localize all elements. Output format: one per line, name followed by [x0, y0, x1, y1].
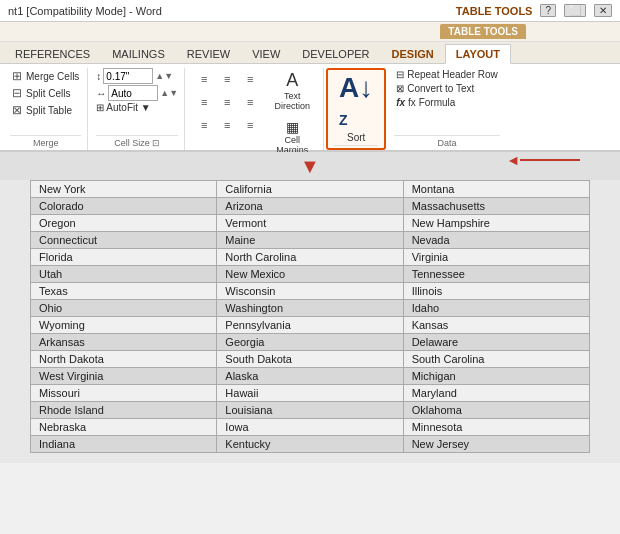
alignment-group: ≡ ≡ ≡ ≡ ≡ ≡ ≡ ≡ ≡ A Text Directi	[187, 68, 324, 150]
table-cell: Oklahoma	[403, 402, 589, 419]
tab-view[interactable]: VIEW	[241, 44, 291, 63]
table-cell: New Jersey	[403, 436, 589, 453]
tab-layout[interactable]: LAYOUT	[445, 44, 511, 64]
table-cell: South Dakota	[217, 351, 403, 368]
align-bottom-center-button[interactable]: ≡	[216, 114, 238, 136]
table-row: ArkansasGeorgiaDelaware	[31, 334, 590, 351]
table-cell: Indiana	[31, 436, 217, 453]
table-cell: Hawaii	[217, 385, 403, 402]
cell-width-input[interactable]	[108, 85, 158, 101]
align-top-center-button[interactable]: ≡	[216, 68, 238, 90]
formula-label: fx Formula	[408, 97, 455, 108]
window-title: nt1 [Compatibility Mode] - Word	[8, 5, 162, 17]
formula-icon: fx	[396, 97, 405, 108]
table-row: IndianaKentuckyNew Jersey	[31, 436, 590, 453]
sort-label: Sort	[347, 132, 365, 143]
cellsize-group-content: ↕ ▲▼ ↔ ▲▼ ⊞ AutoFit ▼	[96, 68, 178, 135]
split-cells-icon: ⊟	[12, 86, 22, 100]
table-cell: Alaska	[217, 368, 403, 385]
table-cell: Ohio	[31, 300, 217, 317]
table-cell: Kansas	[403, 317, 589, 334]
help-button[interactable]: ?	[540, 4, 556, 17]
table-cell: Minnesota	[403, 419, 589, 436]
repeat-header-button[interactable]: ⊟ Repeat Header Row	[394, 68, 500, 81]
table-cell: Idaho	[403, 300, 589, 317]
window-controls: TABLE TOOLS ? ⬜ ✕	[456, 4, 612, 17]
table-row: West VirginiaAlaskaMichigan	[31, 368, 590, 385]
table-row: NebraskaIowaMinnesota	[31, 419, 590, 436]
tab-references[interactable]: REFERENCES	[4, 44, 101, 63]
repeat-header-icon: ⊟	[396, 69, 404, 80]
table-cell: Rhode Island	[31, 402, 217, 419]
table-cell: Virginia	[403, 249, 589, 266]
restore-button[interactable]: ⬜	[564, 4, 586, 17]
cellsize-group: ↕ ▲▼ ↔ ▲▼ ⊞ AutoFit ▼ Cell Size ⊡	[90, 68, 185, 150]
cell-width-row: ↔ ▲▼	[96, 85, 178, 101]
cell-height-spinner[interactable]: ▲▼	[155, 71, 173, 81]
split-table-button[interactable]: ⊠ Split Table	[10, 102, 74, 118]
tab-developer[interactable]: DEVELOPER	[291, 44, 380, 63]
align-middle-right-button[interactable]: ≡	[239, 91, 261, 113]
repeat-header-label: Repeat Header Row	[407, 69, 498, 80]
table-row: ColoradoArizonaMassachusetts	[31, 198, 590, 215]
table-cell: Washington	[217, 300, 403, 317]
text-direction-label: Text Direction	[274, 91, 310, 111]
autofit-label[interactable]: AutoFit ▼	[106, 102, 150, 113]
text-direction-button[interactable]: A Text Direction	[267, 68, 317, 113]
table-cell: Utah	[31, 266, 217, 283]
table-tools-bar: TABLE TOOLS	[0, 22, 620, 42]
sort-group-content: A↓Z Sort	[334, 72, 378, 145]
align-buttons-grid: ≡ ≡ ≡ ≡ ≡ ≡ ≡ ≡ ≡	[193, 68, 261, 136]
convert-to-text-button[interactable]: ⊠ Convert to Text	[394, 82, 476, 95]
ribbon: ⊞ Merge Cells ⊟ Split Cells ⊠ Split Tabl…	[0, 64, 620, 152]
table-cell: West Virginia	[31, 368, 217, 385]
table-cell: Arizona	[217, 198, 403, 215]
sort-button[interactable]: A↓Z Sort	[335, 72, 377, 145]
merge-group: ⊞ Merge Cells ⊟ Split Cells ⊠ Split Tabl…	[4, 68, 88, 150]
align-bottom-right-button[interactable]: ≡	[239, 114, 261, 136]
table-cell: Iowa	[217, 419, 403, 436]
table-cell: North Carolina	[217, 249, 403, 266]
table-cell: Maine	[217, 232, 403, 249]
table-cell: New Mexico	[217, 266, 403, 283]
table-cell: Massachusetts	[403, 198, 589, 215]
table-cell: Nebraska	[31, 419, 217, 436]
split-table-icon: ⊠	[12, 103, 22, 117]
sort-group: A↓Z Sort	[326, 68, 386, 150]
cell-margins-button[interactable]: ▦ Cell Margins	[267, 117, 317, 157]
data-group: ⊟ Repeat Header Row ⊠ Convert to Text fx…	[388, 68, 506, 150]
tab-mailings[interactable]: MAILINGS	[101, 44, 176, 63]
table-cell: Texas	[31, 283, 217, 300]
table-cell: Arkansas	[31, 334, 217, 351]
table-cell: Oregon	[31, 215, 217, 232]
table-cell: New York	[31, 181, 217, 198]
cell-width-icon: ↔	[96, 88, 106, 99]
table-row: OhioWashingtonIdaho	[31, 300, 590, 317]
cell-height-row: ↕ ▲▼	[96, 68, 173, 84]
merge-cells-button[interactable]: ⊞ Merge Cells	[10, 68, 81, 84]
table-row: UtahNew MexicoTennessee	[31, 266, 590, 283]
align-middle-left-button[interactable]: ≡	[193, 91, 215, 113]
table-row: MissouriHawaiiMaryland	[31, 385, 590, 402]
align-middle-center-button[interactable]: ≡	[216, 91, 238, 113]
align-top-left-button[interactable]: ≡	[193, 68, 215, 90]
align-bottom-left-button[interactable]: ≡	[193, 114, 215, 136]
align-top-right-button[interactable]: ≡	[239, 68, 261, 90]
tab-design[interactable]: DESIGN	[381, 44, 445, 63]
table-cell: Maryland	[403, 385, 589, 402]
table-cell: South Carolina	[403, 351, 589, 368]
split-cells-label: Split Cells	[26, 88, 70, 99]
table-cell: Georgia	[217, 334, 403, 351]
table-cell: Wisconsin	[217, 283, 403, 300]
table-cell: Delaware	[403, 334, 589, 351]
table-row: FloridaNorth CarolinaVirginia	[31, 249, 590, 266]
autofit-icon: ⊞	[96, 102, 104, 113]
close-button[interactable]: ✕	[594, 4, 612, 17]
tab-review[interactable]: REVIEW	[176, 44, 241, 63]
cell-height-input[interactable]	[103, 68, 153, 84]
cell-width-spinner[interactable]: ▲▼	[160, 88, 178, 98]
cellsize-group-label: Cell Size ⊡	[96, 135, 178, 148]
formula-button[interactable]: fx fx Formula	[394, 96, 457, 109]
data-group-label: Data	[394, 135, 500, 148]
split-cells-button[interactable]: ⊟ Split Cells	[10, 85, 72, 101]
